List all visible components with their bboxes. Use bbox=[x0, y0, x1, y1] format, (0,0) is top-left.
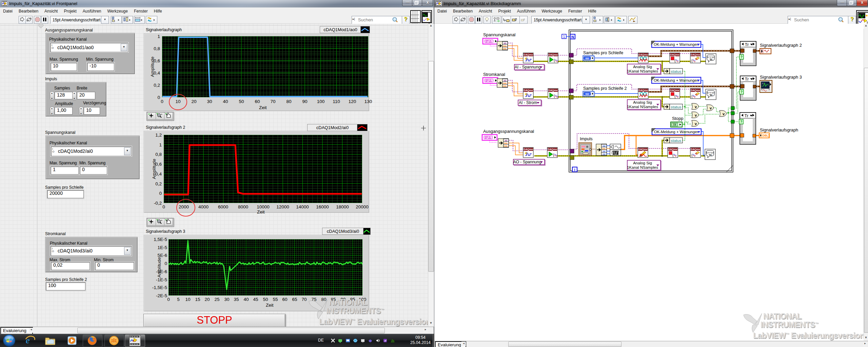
svg-text:DAQmx: DAQmx bbox=[524, 53, 533, 56]
svg-text:DAQmx: DAQmx bbox=[670, 53, 679, 56]
svg-text:?: ? bbox=[741, 90, 743, 94]
svg-text:✳: ✳ bbox=[525, 92, 528, 96]
svg-text:I32: I32 bbox=[586, 93, 589, 96]
svg-text:OK-Meldung + Warnungen: OK-Meldung + Warnungen bbox=[654, 130, 699, 134]
svg-text:I32: I32 bbox=[603, 145, 606, 147]
svg-text:DAQmx: DAQmx bbox=[691, 148, 700, 151]
svg-text:AI - Strom: AI - Strom bbox=[519, 100, 537, 105]
svg-text:DAQmx: DAQmx bbox=[548, 89, 558, 92]
svg-text:Stopp: Stopp bbox=[672, 116, 683, 121]
svg-text:DBL: DBL bbox=[504, 145, 508, 147]
svg-text:I/O: I/O bbox=[504, 42, 506, 44]
svg-text:Stromkanal: Stromkanal bbox=[483, 72, 505, 77]
svg-text:DBL: DBL bbox=[504, 142, 508, 144]
svg-text:I/O: I/O bbox=[504, 80, 506, 82]
svg-text:DAQmx: DAQmx bbox=[638, 53, 648, 56]
svg-text:v: v bbox=[695, 113, 697, 117]
svg-text:1Kanal NSamples: 1Kanal NSamples bbox=[627, 69, 658, 73]
svg-text:Analog Sig: Analog Sig bbox=[633, 161, 652, 165]
svg-text:1: 1 bbox=[563, 35, 565, 39]
svg-text:DAQmx: DAQmx bbox=[691, 89, 700, 92]
svg-text:v: v bbox=[695, 105, 697, 109]
svg-text:DAQmx: DAQmx bbox=[670, 89, 679, 92]
svg-text:Samples pro Schleife: Samples pro Schleife bbox=[583, 50, 623, 55]
svg-text:Tr: Tr bbox=[745, 42, 749, 47]
svg-text:DBL: DBL bbox=[602, 148, 606, 150]
svg-text:Ausgangsspannungskanal: Ausgangsspannungskanal bbox=[483, 129, 534, 134]
svg-text:Signalverlaufsgraph 3: Signalverlaufsgraph 3 bbox=[760, 75, 802, 80]
svg-text:OK-Meldung + Warnungen: OK-Meldung + Warnungen bbox=[654, 78, 699, 82]
svg-text:Tr: Tr bbox=[745, 77, 749, 82]
svg-text:I32: I32 bbox=[603, 150, 606, 152]
svg-text:Analog Sig: Analog Sig bbox=[633, 65, 652, 69]
svg-text:AO - Spannung: AO - Spannung bbox=[513, 160, 541, 164]
svg-text:I/O: I/O bbox=[505, 140, 507, 142]
svg-text:DAQmx: DAQmx bbox=[638, 148, 648, 151]
svg-text:?: ? bbox=[740, 120, 742, 124]
svg-text:1Kanal NSamples: 1Kanal NSamples bbox=[627, 105, 658, 109]
svg-text:AI - Spannung: AI - Spannung bbox=[515, 65, 541, 69]
svg-text:✳: ✳ bbox=[525, 57, 528, 61]
svg-text:DBL: DBL bbox=[503, 82, 507, 84]
svg-text:Signalverlaufsgraph 2: Signalverlaufsgraph 2 bbox=[760, 43, 802, 48]
svg-text:?!: ?! bbox=[709, 154, 712, 157]
svg-text:?!: ?! bbox=[709, 94, 712, 97]
svg-text:?: ? bbox=[741, 55, 743, 59]
svg-text:TF: TF bbox=[673, 123, 676, 126]
svg-text:status: status bbox=[671, 105, 682, 109]
svg-text:DAQmx: DAQmx bbox=[524, 148, 533, 151]
svg-text:?!: ?! bbox=[709, 58, 712, 61]
svg-text:DAQmx: DAQmx bbox=[691, 53, 700, 56]
svg-text:status: status bbox=[671, 69, 682, 74]
svg-text:DAQmx: DAQmx bbox=[548, 148, 557, 151]
svg-text:I32: I32 bbox=[586, 57, 589, 60]
svg-text:OK-Meldung + Warnungen: OK-Meldung + Warnungen bbox=[654, 42, 699, 46]
svg-text:I32: I32 bbox=[603, 153, 606, 155]
svg-text:status: status bbox=[671, 138, 682, 143]
svg-text:Samples pro Schleife 2: Samples pro Schleife 2 bbox=[583, 86, 627, 91]
svg-text:N: N bbox=[571, 35, 574, 39]
svg-text:Spannungskanal: Spannungskanal bbox=[483, 32, 515, 37]
svg-text:Impuls: Impuls bbox=[580, 136, 593, 141]
svg-text:DAQmx: DAQmx bbox=[668, 148, 677, 151]
svg-text:v: v bbox=[723, 112, 725, 116]
svg-text:Tr: Tr bbox=[745, 113, 749, 118]
svg-text:i: i bbox=[574, 168, 575, 172]
svg-text:DBL]: DBL] bbox=[763, 134, 769, 137]
svg-text:v: v bbox=[695, 122, 697, 126]
svg-text:Signalverlaufsgraph: Signalverlaufsgraph bbox=[760, 127, 798, 132]
svg-text:DAQmx: DAQmx bbox=[548, 53, 558, 56]
svg-text:DAQmx: DAQmx bbox=[638, 89, 648, 92]
svg-text:✳: ✳ bbox=[525, 151, 528, 155]
svg-text:Analog Sig: Analog Sig bbox=[633, 100, 652, 104]
svg-text:v: v bbox=[710, 106, 712, 110]
svg-text:1Kanal NSamples: 1Kanal NSamples bbox=[627, 165, 658, 169]
svg-text:DBL: DBL bbox=[503, 45, 507, 47]
svg-text:DBL: DBL bbox=[503, 85, 507, 87]
svg-text:DBL: DBL bbox=[503, 48, 507, 50]
svg-text:DAQmx: DAQmx bbox=[524, 89, 533, 92]
